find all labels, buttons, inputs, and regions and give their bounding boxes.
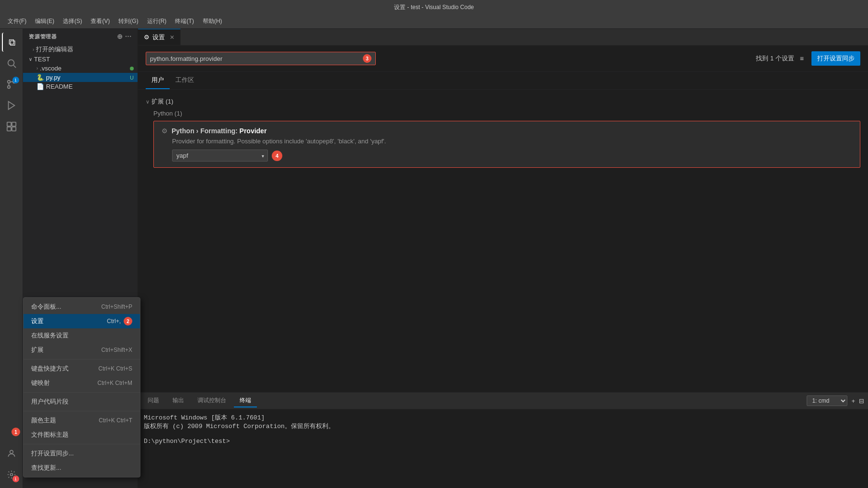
badge4-container: 4 [272,151,282,161]
search-box: 3 [146,52,376,65]
settings-content: 3 找到 1 个设置 ≡ 打开设置同步 用户 工作区 ∨ 扩展 (1) Pyth… [138,46,868,392]
settings-tab[interactable]: ⚙ 设置 ✕ [138,29,181,45]
ctx-color-theme-label: 颜色主题 [31,416,56,425]
terminal-line-1: Microsoft Windows [版本 6.1.7601] [144,413,862,422]
ctx-settings[interactable]: 设置 Ctrl+, 2 [23,314,140,328]
svg-point-12 [10,450,13,453]
terminal-area: 问题 输出 调试控制台 终端 1: cmd + ⊟ Microsoft Wind… [138,392,868,488]
menu-terminal[interactable]: 终端(T) [171,15,197,27]
settings-tab-workspace[interactable]: 工作区 [170,72,200,89]
ctx-settings-label: 设置 [31,317,44,325]
open-editors-group[interactable]: › 打开的编辑器 [23,44,138,55]
svg-rect-9 [12,122,15,126]
ctx-divider-4 [23,444,140,444]
context-menu: 命令面板... Ctrl+Shift+P 设置 Ctrl+, 2 在线服务设置 … [23,297,140,477]
terminal-line-3 [144,430,862,438]
search-input[interactable] [150,55,361,62]
ctx-keymap-shortcut: Ctrl+K Ctrl+M [97,380,132,386]
menu-file[interactable]: 文件(F) [4,15,30,27]
menu-run[interactable]: 运行(R) [143,15,171,27]
ctx-divider-2 [23,392,140,393]
new-file-icon[interactable]: ⊕ [117,33,123,40]
ctx-open-settings-sync-label: 打开设置同步... [31,449,74,458]
extensions-activity-icon[interactable] [2,117,21,136]
section-sublabel-wrapper: Python (1) [153,110,860,117]
test-arrow: ∨ [29,57,32,62]
ctx-command-palette[interactable]: 命令面板... Ctrl+Shift+P [23,300,140,314]
ctx-keybindings[interactable]: 键盘快捷方式 Ctrl+K Ctrl+S [23,361,140,376]
terminal-tab-debug[interactable]: 调试控制台 [192,395,232,407]
terminal-split-icon[interactable]: ⊟ [859,397,864,405]
ctx-extensions[interactable]: 扩展 Ctrl+Shift+X [23,343,140,357]
pypy-icon: 🐍 [36,74,44,81]
menu-goto[interactable]: 转到(G) [115,15,142,27]
sidebar-header: 资源管理器 ⊕ ··· [23,29,138,44]
sync-settings-button[interactable]: 打开设置同步 [811,51,860,66]
source-control-activity-icon[interactable]: 1 [2,75,21,94]
ctx-file-icon-theme-label: 文件图标主题 [31,430,69,439]
settings-tab-close[interactable]: ✕ [170,34,174,41]
settings-count: 找到 1 个设置 [756,54,794,63]
gear-badge: 1 [12,476,19,482]
formatting-provider-select[interactable]: yapf autopep8 black none [172,150,268,162]
menu-help[interactable]: 帮助(H) [199,15,226,27]
settings-tabs: 用户 工作区 [138,72,868,90]
vscode-arrow: › [36,66,38,71]
explorer-activity-icon[interactable]: ⧉ [2,33,21,52]
ctx-user-snippets[interactable]: 用户代码片段 [23,395,140,409]
account-activity-icon[interactable] [2,444,21,463]
pypy-badge: U [130,75,134,81]
ctx-keymap[interactable]: 键映射 Ctrl+K Ctrl+M [23,376,140,390]
menu-view[interactable]: 查看(V) [87,15,114,27]
vscode-dot [130,67,134,70]
setting-item-formatting-provider: ⚙ Python › Formatting: Provider Provider… [153,121,860,168]
vscode-folder[interactable]: › .vscode [23,64,138,73]
ctx-check-updates-label: 查找更新... [31,464,61,472]
ctx-settings-right: Ctrl+, 2 [107,317,132,325]
settings-tab-user[interactable]: 用户 [146,72,170,89]
settings-section-header[interactable]: ∨ 扩展 (1) [146,97,860,106]
ctx-online-services[interactable]: 在线服务设置 [23,328,140,343]
pypy-file[interactable]: 🐍 py.py U [23,73,138,82]
title-bar: 设置 - test - Visual Studio Code [0,0,868,14]
search-step-badge: 3 [363,54,371,63]
svg-point-3 [7,86,10,89]
terminal-add-icon[interactable]: + [851,397,855,405]
ctx-user-snippets-label: 用户代码片段 [31,397,69,406]
test-group[interactable]: ∨ TEST [23,55,138,64]
setting-item-title: Python › Formatting: Provider [172,127,266,135]
ctx-open-settings-sync[interactable]: 打开设置同步... [23,446,140,461]
menu-select[interactable]: 选择(S) [59,15,86,27]
more-options-icon[interactable]: ··· [125,33,132,40]
readme-file[interactable]: 📄 README [23,82,138,91]
ctx-color-theme[interactable]: 颜色主题 Ctrl+K Ctrl+T [23,413,140,428]
gear-activity-icon[interactable]: 1 [2,465,21,484]
ctx-file-icon-theme[interactable]: 文件图标主题 [23,428,140,442]
ctx-command-palette-label: 命令面板... [31,302,61,311]
terminal-line-4: D:\python\Project\test> [144,438,862,445]
terminal-instance-select[interactable]: 1: cmd [807,395,847,406]
settings-search-bar: 3 找到 1 个设置 ≡ 打开设置同步 [138,46,868,72]
search-activity-icon[interactable] [2,54,21,73]
settings-list-icon[interactable]: ≡ [800,55,804,62]
setting-item-header: ⚙ Python › Formatting: Provider [162,127,852,135]
terminal-tab-problems[interactable]: 问题 [142,395,165,407]
menu-edit[interactable]: 编辑(E) [31,15,58,27]
setting-title-highlight: Provider [240,127,267,135]
terminal-tab-terminal[interactable]: 终端 [234,395,257,407]
readme-icon: 📄 [36,83,44,90]
svg-line-1 [13,65,16,68]
debug-activity-icon[interactable] [2,96,21,115]
terminal-content: Microsoft Windows [版本 6.1.7601] 版权所有 (c)… [138,409,868,488]
ctx-extensions-shortcut: Ctrl+Shift+X [101,347,132,353]
setting-item-gear-icon[interactable]: ⚙ [162,127,168,135]
settings-panel: ∨ 扩展 (1) Python (1) ⚙ Python › Formattin… [138,90,868,175]
ctx-check-updates[interactable]: 查找更新... [23,461,140,475]
sidebar-title: 资源管理器 [29,33,57,40]
terminal-tab-output[interactable]: 输出 [167,395,190,407]
activity-bar: ⧉ 1 [0,29,23,488]
section-arrow: ∨ [146,99,150,105]
svg-marker-7 [8,102,14,110]
activity-bar-bottom: 1 [2,444,21,488]
open-editors-arrow: › [33,47,34,52]
